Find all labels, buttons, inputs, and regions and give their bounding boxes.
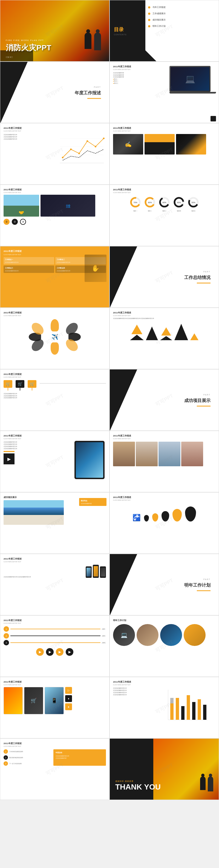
arrow-row: ▶ ▶ ▶ ▶ [4,648,106,656]
slide-24-barchart: 2011年度工作报述 CLICK HERE EDITOR TEXT 点击此处编辑… [109,677,219,738]
watermark: 可可PPT [154,392,174,407]
flower-diagram: ✈️ [4,318,106,356]
icon-row: ① ② ③ [4,219,106,225]
slide-4-content: 2011年度工作报述 CLICK HERE EDITOR TEXT 点击此处编辑… [109,62,219,123]
contents-list: 与年工作报述 工作成绩展示 成功项目展示 明年工作计划 [148,6,216,31]
slide-title: 2011年度工作报述 [113,680,215,683]
slide-8-donuts: 2011年度工作报述 CLICK HERE EDITOR TEXT 70% 项目… [109,185,219,246]
menu-item-4: 明年工作计划 [148,25,216,28]
tablet-area [73,441,106,479]
part-title-area: PART 年度工作报述 [75,86,101,99]
cart-3: 🛒 [28,380,36,391]
menu-dot [148,6,150,8]
part-label: PART [184,578,211,580]
slide-subtitle: CLICK HERE EDITOR TEXT [4,315,106,316]
slide-title: 2011年度工作报述 [4,680,106,683]
svg-text:70%: 70% [133,202,137,204]
final-content: 1 工作目标完成情况说明 2 重点项目推进情况说明 3 下一步工作安排说明 年度… [4,749,106,766]
donut-3: 60% 项目三 [158,196,170,212]
circle-icon-3: ③ [20,219,26,225]
slide-20-part-header: PART 明年工作计划 可可PPT [109,554,219,615]
laptop-image: 💻 [169,66,216,94]
part-label: PART [75,86,101,88]
slide-11-flower: 2011年度工作报述 CLICK HERE EDITOR TEXT ✈️ 可可P… [0,308,109,369]
phone-1 [86,566,92,578]
contents-subtitle: CONTENTS [114,34,141,36]
slide-subtitle: CLICK HERE EDITOR TEXT [4,745,106,747]
circle-photos: 💻 [113,624,215,646]
drop-4 [172,509,182,522]
phone-collage: 🛒 📱 ▷ ♦ ♠ [4,687,106,714]
mountain-4 [174,324,188,340]
timeline-area: 🛒 🛒 🛒 点击此处编辑内容文本点击此处编辑内容文本点击此处编辑内容文本 [4,380,106,399]
slide-subtitle: CLICK HERE EDITOR TEXT [4,376,106,378]
orange-underline [197,590,211,591]
cover-title: 消防火灾PPT [6,43,51,53]
photo-grid: ✍️ [113,134,215,155]
arrow-icon-2: ▶ [46,648,54,656]
slide-title: 2011年度工作报述 [113,127,215,130]
icon-store: ♦ [65,695,72,702]
left-dark-panel: 目录 CONTENTS [110,0,145,61]
part-title: 明年工作计划 [184,582,211,588]
mountain-5 [190,333,198,340]
part-title: 年度工作报述 [75,90,101,96]
slide-title: 2011年度工作报述 [113,434,215,437]
cover-subtitle: FIRE FIRE WORK PLAN PPT [6,39,51,41]
slide-subtitle: CLICK HERE EDITOR TEXT [4,622,106,624]
dark-triangle [110,246,137,308]
image-row: 🤝 👥 [4,195,106,217]
mountain-chart [113,324,215,340]
drop-3 [162,511,169,522]
menu-dot [148,19,150,21]
menu-text-4: 明年工作计划 [153,25,166,28]
petal-top [51,319,59,332]
slide-21-process: 2011年度工作报述 CLICK HERE EDITOR TEXT 1 步骤一 … [0,615,109,677]
mountain-3 [160,327,172,340]
slide-subtitle: CLICK HERE EDITOR TEXT [113,69,169,70]
menu-item-3: 成功项目展示 [148,18,216,21]
circle-icon-2: ② [12,219,18,225]
mountain-1 [130,324,144,340]
slide-13-timeline: 2011年度工作报述 CLICK HERE EDITOR TEXT 🛒 🛒 🛒 [0,369,109,431]
svg-rect-27 [170,703,173,720]
step-3: 3 步骤三 [4,640,106,645]
slide-title: 2011年度工作报述 [4,127,106,130]
list-item-3: 3 下一步工作安排说明 [4,761,52,766]
phones-row [86,565,106,578]
dark-triangle [110,369,137,431]
slide-subtitle: CLICK HERE EDITOR TEXT [113,684,215,686]
slide-1-cover: FIRE FIRE WORK PLAN PPT 消防火灾PPT 汇报·张三 可可… [0,0,109,62]
svg-point-5 [70,149,72,150]
timeline-line [40,383,106,384]
menu-text-3: 成功项目展示 [153,18,166,21]
slide-23-phone-grid: 2011年度工作报述 CLICK HERE EDITOR TEXT 🛒 📱 ▷ … [0,677,109,738]
slide-title: 2011年度工作报述 [4,619,106,622]
phone-3 [100,566,106,578]
watermark: 可可PPT [45,577,65,592]
svg-point-4 [62,157,63,158]
menu-dot [148,12,150,15]
slide-title: 2011年度工作报述 [4,311,106,314]
svg-text:90%: 90% [177,202,181,204]
circle-photo-3 [160,624,182,646]
slide-title: 2011年度工作报述 [113,188,215,191]
slide-22-circles: 明年工作计划 💻 可可PPT [109,615,219,677]
drop-2 [152,513,158,522]
body-text: 点击此处编辑内容点击此处编辑内容点击此处编辑内容 ■ 要点一 ■ 要点二 ■ 要… [113,72,169,84]
thankyou-main: THANK YOU [115,783,161,792]
black-box-accent [211,116,216,121]
body-text: 点击此处编辑内容文本点击此处编辑内容文本点击此处编辑内容文本 [4,133,50,140]
circle-photo-2 [137,624,159,646]
slide-title: 2011年度工作报述 [113,65,169,68]
slide-10-part-header: PART 工作总结情况 可可PPT [109,246,219,308]
orange-underline [197,406,211,406]
part-title-area: PART 工作总结情况 [184,271,211,283]
svg-rect-32 [192,702,195,720]
arrow-icon-1: ▶ [36,648,44,656]
arrow-icon-3: ▶ [56,648,63,656]
watermark: 可可PPT [45,85,65,100]
drops-display: 🚰 [113,506,215,522]
svg-rect-28 [170,698,173,703]
slide-6-photos: 2011年度工作报述 CLICK HERE EDITOR TEXT ✍️ 可可P… [109,123,219,185]
